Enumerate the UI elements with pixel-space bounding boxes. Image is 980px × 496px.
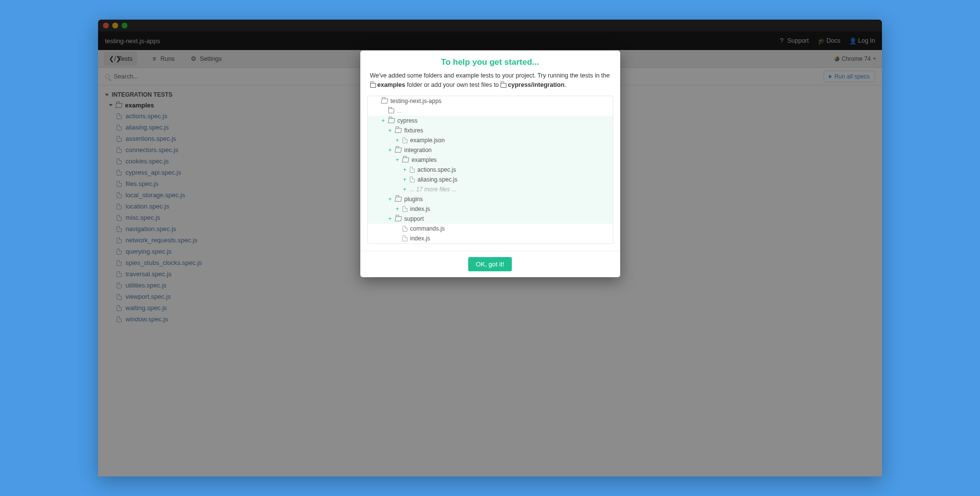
modal-description: We've added some folders and example tes…	[360, 71, 620, 96]
app-window: testing-next.js-apps ? Support 🎓 Docs 👤 …	[98, 20, 882, 476]
modal-title: To help you get started...	[360, 51, 620, 71]
tree-ellipsis: ...	[368, 106, 613, 116]
tree-root: testing-next.js-apps	[368, 96, 613, 106]
tree-cypress: +cypress	[368, 116, 613, 126]
file-icon	[410, 177, 415, 183]
modal-footer: OK, got it!	[360, 251, 620, 277]
folder-open-icon	[395, 128, 402, 133]
ok-got-it-button[interactable]: OK, got it!	[468, 257, 512, 271]
tree-plugins: +plugins	[368, 194, 613, 204]
scaffold-tree: testing-next.js-apps ... +cypress +fixtu…	[367, 96, 613, 244]
folder-open-icon	[395, 148, 402, 153]
tree-support: +support	[368, 214, 613, 224]
file-icon	[402, 137, 407, 143]
folder-icon	[388, 108, 394, 113]
tree-support-index: index.js	[368, 234, 613, 243]
tree-commands: commands.js	[368, 224, 613, 234]
tree-examples-folder: +examples	[368, 155, 613, 165]
file-icon	[402, 226, 407, 232]
tree-fixtures: +fixtures	[368, 126, 613, 135]
tree-actions-spec: +actions.spec.js	[368, 165, 613, 175]
file-icon	[402, 235, 407, 241]
folder-icon	[501, 83, 506, 88]
tree-example-json: +example.json	[368, 135, 613, 145]
folder-open-icon	[395, 216, 402, 221]
tree-plugins-index: +index.js	[368, 204, 613, 214]
onboarding-modal: To help you get started... We've added s…	[360, 51, 620, 277]
tree-aliasing-spec: +aliasing.spec.js	[368, 175, 613, 184]
folder-open-icon	[381, 99, 388, 104]
tree-integration: +integration	[368, 145, 613, 155]
file-icon	[402, 206, 407, 212]
folder-open-icon	[388, 118, 395, 123]
folder-icon	[370, 83, 376, 88]
file-icon	[410, 167, 415, 173]
modal-overlay: To help you get started... We've added s…	[98, 20, 882, 476]
folder-open-icon	[402, 157, 409, 162]
tree-more-files: +... 17 more files ...	[368, 184, 613, 194]
folder-open-icon	[395, 197, 402, 202]
